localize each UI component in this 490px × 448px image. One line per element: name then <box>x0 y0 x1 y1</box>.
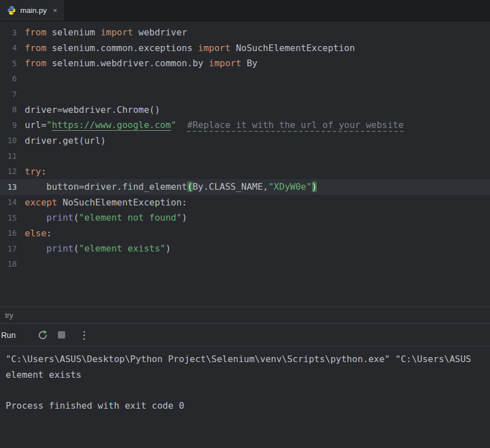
line-number[interactable]: 17 <box>0 244 25 253</box>
code-editor[interactable]: 3from selenium import webdriver4from sel… <box>0 21 490 307</box>
code-line[interactable]: 12try: <box>0 164 490 180</box>
line-number[interactable]: 10 <box>0 136 25 145</box>
run-tool-window-title[interactable]: Run <box>0 331 16 340</box>
code-line[interactable]: 10driver.get(url) <box>0 133 490 149</box>
editor-tab-bar: main.py × <box>0 0 490 21</box>
line-number[interactable]: 16 <box>0 228 25 237</box>
breadcrumb-item-try[interactable]: try <box>5 311 13 319</box>
close-icon[interactable]: × <box>53 6 57 15</box>
line-number[interactable]: 14 <box>0 198 25 207</box>
code-text: else: <box>25 228 52 239</box>
code-text: driver.get(url) <box>25 135 106 146</box>
code-line[interactable]: 9url="https://www.google.com" #Replace i… <box>0 117 490 133</box>
breadcrumb: try <box>0 307 490 323</box>
stop-icon <box>58 331 65 339</box>
line-number[interactable]: 9 <box>0 121 25 130</box>
editor-lines: 3from selenium import webdriver4from sel… <box>0 25 490 272</box>
line-number[interactable]: 12 <box>0 167 25 176</box>
code-line[interactable]: 5from selenium.webdriver.common.by impor… <box>0 56 490 71</box>
console-line: element exists <box>6 367 484 383</box>
code-text: from selenium.common.exceptions import N… <box>25 43 355 53</box>
line-number[interactable]: 13 <box>0 182 25 191</box>
line-number[interactable]: 18 <box>0 259 25 268</box>
code-text: from selenium.webdriver.common.by import… <box>25 58 257 68</box>
kebab-menu-icon: ⋮ <box>79 330 89 340</box>
code-line[interactable]: 17 print("element exists") <box>0 241 490 257</box>
code-text: try: <box>25 166 47 177</box>
code-text: print("element not found") <box>25 212 187 223</box>
console-line <box>6 382 484 398</box>
code-line[interactable]: 3from selenium import webdriver <box>0 25 490 40</box>
line-number[interactable]: 11 <box>0 152 25 161</box>
console-line: "C:\Users\ASUS\Desktop\Python Project\Se… <box>6 351 484 367</box>
console-line: Process finished with exit code 0 <box>6 398 484 414</box>
python-icon <box>7 6 16 15</box>
more-options-button[interactable]: ⋮ <box>78 328 91 342</box>
code-line[interactable]: 13 button=driver.find_element(By.CLASS_N… <box>0 179 490 195</box>
code-line[interactable]: 15 print("element not found") <box>0 210 490 226</box>
stop-button[interactable] <box>55 328 69 342</box>
code-text: except NoSuchElementException: <box>25 197 187 208</box>
code-line[interactable]: 11 <box>0 148 490 164</box>
code-line[interactable]: 14except NoSuchElementException: <box>0 195 490 211</box>
line-number[interactable]: 5 <box>0 59 25 68</box>
code-text: print("element exists") <box>25 243 171 254</box>
code-text: url="https://www.google.com" #Replace it… <box>25 120 403 130</box>
line-number[interactable]: 8 <box>0 105 25 114</box>
tab-label: main.py <box>20 6 47 15</box>
run-console[interactable]: "C:\Users\ASUS\Desktop\Python Project\Se… <box>0 346 490 448</box>
code-line[interactable]: 4from selenium.common.exceptions import … <box>0 40 490 56</box>
code-text: button=driver.find_element(By.CLASS_NAME… <box>25 181 317 192</box>
line-number[interactable]: 4 <box>0 43 25 52</box>
tab-main-py[interactable]: main.py × <box>0 0 64 21</box>
line-number[interactable]: 6 <box>0 74 25 83</box>
line-number[interactable]: 15 <box>0 213 25 222</box>
line-number[interactable]: 3 <box>0 28 25 37</box>
code-line[interactable]: 7 <box>0 86 490 102</box>
line-number[interactable]: 7 <box>0 90 25 99</box>
rerun-icon <box>38 330 48 340</box>
code-text: driver=webdriver.Chrome() <box>25 104 160 115</box>
rerun-button[interactable] <box>36 328 49 342</box>
code-line[interactable]: 18 <box>0 257 490 272</box>
code-text: from selenium import webdriver <box>25 27 187 38</box>
ide-window: main.py × 3from selenium import webdrive… <box>0 0 490 448</box>
console-output: "C:\Users\ASUS\Desktop\Python Project\Se… <box>6 351 484 413</box>
code-line[interactable]: 6 <box>0 71 490 87</box>
code-line[interactable]: 16else: <box>0 226 490 241</box>
run-toolbar: Run ⋮ <box>0 323 490 346</box>
code-line[interactable]: 8driver=webdriver.Chrome() <box>0 102 490 118</box>
